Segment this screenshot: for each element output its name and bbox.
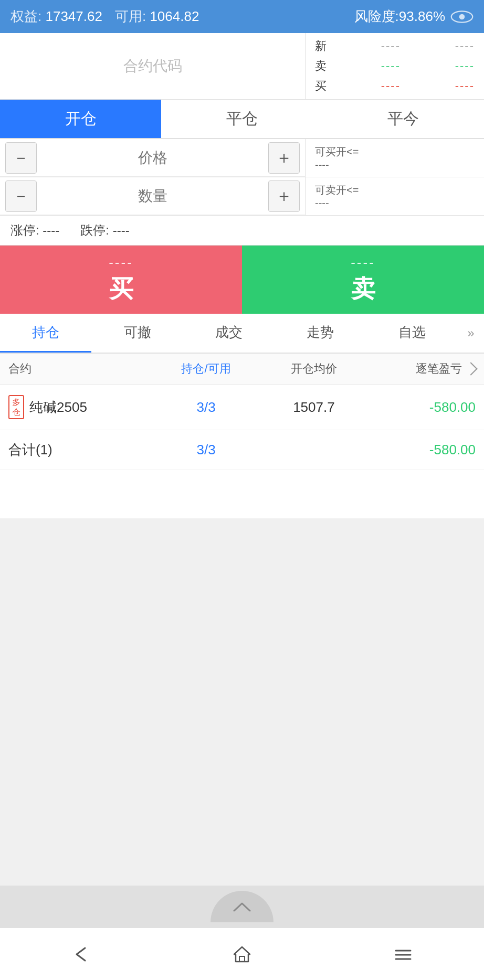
buy-open-value: ----	[315, 159, 475, 171]
top-bar-left: 权益: 17347.62 可用: 1064.82	[10, 7, 354, 26]
buy-value: ----	[381, 79, 401, 93]
contract-placeholder: 合约代码	[123, 56, 182, 76]
qty-minus-button[interactable]: －	[5, 180, 37, 212]
contract-row-sell: 卖 ---- ----	[315, 58, 475, 74]
subtotal-label: 合计(1)	[8, 441, 152, 459]
tab-more[interactable]: »	[458, 326, 484, 340]
position-pnl: -580.00	[368, 399, 476, 416]
available-item: 可用: 1064.82	[115, 7, 199, 26]
equity-label: 权益:	[10, 8, 41, 24]
rise-stop: 涨停: ----	[10, 222, 59, 239]
limit-bar: 涨停: ---- 跌停: ----	[0, 216, 484, 246]
action-buttons: ---- 买 ---- 卖	[0, 246, 484, 314]
sell-button[interactable]: ---- 卖	[242, 246, 484, 314]
qty-plus-button[interactable]: ＋	[268, 180, 300, 212]
tab-positions[interactable]: 持仓	[0, 314, 91, 353]
risk-text: 风险度:93.86%	[354, 7, 445, 26]
equity-value: 17347.62	[45, 8, 102, 24]
table-area: 合约 持仓/可用 开仓均价 逐笔盈亏 多 仓 纯碱2505 3/3 1507.7…	[0, 354, 484, 518]
home-icon	[232, 944, 252, 965]
buy-right: ----	[455, 79, 475, 93]
sell-open-value: ----	[315, 197, 475, 209]
qty-row: － ＋	[0, 177, 305, 215]
price-minus-button[interactable]: －	[5, 142, 37, 174]
badge-top: 多	[12, 397, 20, 407]
position-badge: 多 仓	[8, 395, 24, 419]
home-button[interactable]	[226, 939, 258, 970]
tab-trades[interactable]: 成交	[183, 314, 275, 353]
qty-group-wrapper: － ＋ 可卖开<= ----	[0, 177, 484, 216]
tab-trend[interactable]: 走势	[275, 314, 366, 353]
subtotal-row: 合计(1) 3/3 -580.00	[0, 430, 484, 470]
sell-price: ----	[351, 254, 375, 271]
bump-icon[interactable]	[211, 891, 273, 922]
contract-row-new: 新 ---- ----	[315, 38, 475, 54]
back-button[interactable]	[65, 939, 97, 970]
sell-right: ----	[455, 59, 475, 73]
buy-price: ----	[109, 254, 133, 271]
th-position: 持仓/可用	[152, 361, 260, 377]
bottom-tabs: 持仓 可撤 成交 走势 自选 »	[0, 314, 484, 354]
sell-value: ----	[381, 59, 401, 73]
qty-input-group: － ＋	[0, 177, 306, 215]
subtotal-position: 3/3	[152, 442, 260, 458]
table-header: 合约 持仓/可用 开仓均价 逐笔盈亏	[0, 354, 484, 385]
svg-marker-2	[234, 947, 250, 962]
qty-limits-right: 可卖开<= ----	[306, 177, 484, 215]
tab-cancelable[interactable]: 可撤	[91, 314, 183, 353]
top-bar-right: 风险度:93.86%	[354, 7, 474, 26]
buy-label: 买	[109, 273, 133, 305]
available-label: 可用:	[115, 8, 146, 24]
empty-area	[0, 518, 484, 886]
available-value: 1064.82	[150, 8, 199, 24]
tab-close-today[interactable]: 平今	[323, 100, 484, 138]
tab-close[interactable]: 平仓	[161, 100, 322, 138]
equity-item: 权益: 17347.62	[10, 7, 102, 26]
sell-open-limit: 可卖开<= ----	[306, 179, 484, 214]
price-limits-right: 可买开<= ----	[306, 139, 484, 177]
svg-rect-3	[239, 956, 245, 962]
top-bar: 权益: 17347.62 可用: 1064.82 风险度:93.86%	[0, 0, 484, 33]
sell-open-label: 可卖开<=	[315, 183, 475, 197]
menu-icon	[393, 944, 414, 965]
order-tabs: 开仓 平仓 平今	[0, 100, 484, 139]
buy-label: 买	[315, 78, 327, 94]
buy-open-label: 可买开<=	[315, 145, 475, 159]
fall-stop: 跌停: ----	[80, 222, 129, 239]
price-plus-button[interactable]: ＋	[268, 142, 300, 174]
back-icon	[70, 944, 91, 965]
price-group-wrapper: － ＋ 可买开<= ----	[0, 139, 484, 177]
subtotal-pnl: -580.00	[368, 442, 476, 458]
position-qty: 3/3	[152, 399, 260, 416]
system-nav-bar	[0, 928, 484, 980]
th-contract: 合约	[8, 361, 152, 377]
position-contract-name: 纯碱2505	[29, 398, 87, 417]
menu-button[interactable]	[387, 939, 419, 970]
qty-input[interactable]	[37, 188, 268, 205]
position-contract-cell: 多 仓 纯碱2505	[8, 395, 152, 419]
pnl-chevron-icon	[464, 362, 477, 375]
price-input-group: － ＋	[0, 139, 306, 177]
tab-watchlist[interactable]: 自选	[366, 314, 458, 353]
tab-open[interactable]: 开仓	[0, 100, 161, 138]
position-open-price: 1507.7	[260, 399, 367, 416]
sell-label: 卖	[315, 58, 327, 74]
th-open-price: 开仓均价	[260, 361, 367, 377]
new-right: ----	[455, 39, 475, 53]
th-pnl: 逐笔盈亏	[368, 361, 476, 377]
sell-label: 卖	[351, 273, 375, 305]
contract-row-buy: 买 ---- ----	[315, 78, 475, 94]
badge-bottom: 仓	[12, 407, 20, 417]
nav-bump	[0, 886, 484, 928]
svg-point-1	[459, 14, 465, 19]
price-input[interactable]	[37, 150, 268, 166]
contract-left[interactable]: 合约代码	[0, 33, 306, 99]
eye-icon[interactable]	[450, 9, 474, 25]
position-row-0[interactable]: 多 仓 纯碱2505 3/3 1507.7 -580.00	[0, 385, 484, 430]
buy-open-limit: 可买开<= ----	[306, 141, 484, 175]
new-label: 新	[315, 38, 327, 54]
buy-button[interactable]: ---- 买	[0, 246, 242, 314]
price-row: － ＋	[0, 139, 305, 177]
contract-area: 合约代码 新 ---- ---- 卖 ---- ---- 买 ---- ----	[0, 33, 484, 100]
new-value: ----	[381, 39, 401, 53]
